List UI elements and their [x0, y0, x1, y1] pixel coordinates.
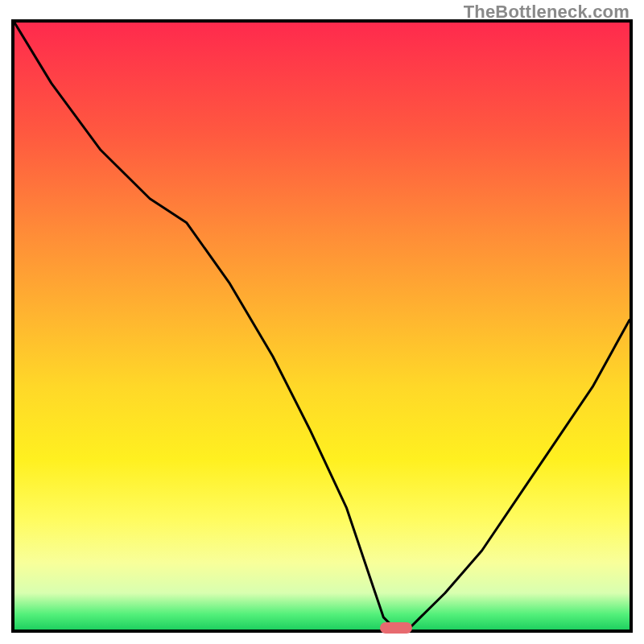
chart-container: TheBottleneck.com: [0, 0, 644, 644]
optimum-marker: [380, 622, 412, 634]
plot-area: [11, 19, 633, 633]
watermark-text: TheBottleneck.com: [464, 2, 630, 23]
bottleneck-curve: [14, 23, 630, 630]
